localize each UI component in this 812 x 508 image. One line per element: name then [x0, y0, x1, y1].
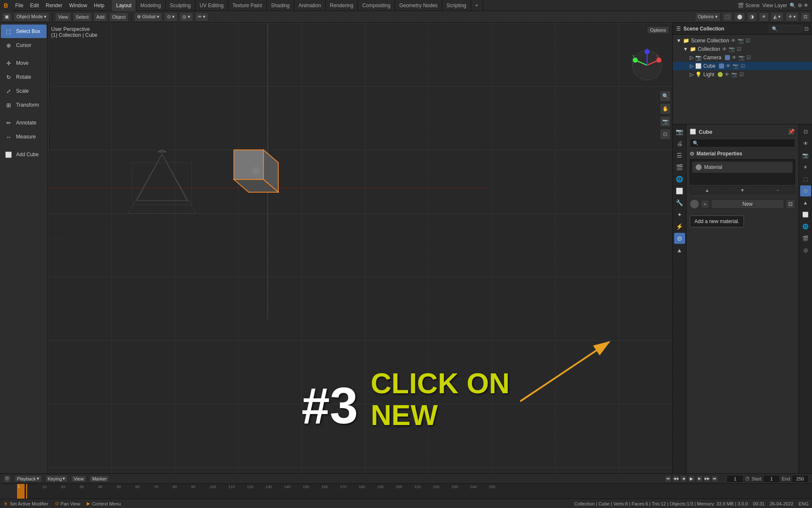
props-view-layer-icon[interactable]: ☰: [674, 150, 685, 161]
props-material-icon[interactable]: ⊙: [674, 233, 685, 244]
filter-icon[interactable]: ⊡: [804, 26, 809, 32]
rp-viewport-icon[interactable]: ⬚: [800, 174, 811, 185]
object-btn[interactable]: Object: [109, 12, 129, 22]
rp-data-icon[interactable]: ▲: [800, 197, 811, 208]
props-modifier-icon[interactable]: 🔧: [674, 197, 685, 208]
tab-animation[interactable]: Animation: [294, 0, 326, 11]
outliner-search[interactable]: [769, 25, 803, 33]
mat-remove[interactable]: −: [760, 186, 795, 194]
camera-view-btn[interactable]: 📷: [660, 116, 671, 127]
props-scene-icon[interactable]: 🎬: [674, 162, 685, 173]
select-btn[interactable]: Select: [73, 12, 92, 22]
rp-material-icon[interactable]: ⊙: [800, 185, 811, 196]
shading-wire[interactable]: ⬚: [722, 12, 732, 22]
tab-sculpting[interactable]: Sculpting: [166, 0, 195, 11]
overlay-btn[interactable]: ◭ ▾: [771, 12, 784, 22]
xray-btn[interactable]: ⊡: [801, 12, 810, 22]
tool-transform[interactable]: ⊞ Transform: [1, 98, 47, 112]
view-btn-timeline[interactable]: View: [71, 475, 86, 482]
menu-help[interactable]: Help: [91, 0, 108, 11]
play-btn[interactable]: ▶: [688, 475, 695, 483]
rp-object-icon[interactable]: ⬜: [800, 209, 811, 220]
current-frame-input[interactable]: [727, 475, 743, 483]
blender-logo[interactable]: B: [0, 0, 12, 11]
rp-world-icon[interactable]: 🌐: [800, 221, 811, 232]
playback-btn[interactable]: Playback ▾: [14, 475, 42, 482]
end-frame-input[interactable]: [792, 475, 809, 483]
mat-filter-btn[interactable]: ⊡: [786, 199, 795, 209]
menu-render[interactable]: Render: [42, 0, 66, 11]
grease-btn[interactable]: ✏ ▾: [195, 12, 208, 22]
tool-rotate[interactable]: ↻ Rotate: [1, 70, 47, 84]
outliner-scene-collection[interactable]: ▼ 📁 Scene Collection 👁📷☑: [673, 36, 812, 45]
jump-end-btn[interactable]: ⏭: [711, 475, 718, 482]
frame-btn[interactable]: ⊡: [660, 129, 671, 140]
material-item[interactable]: Material: [692, 161, 793, 173]
menu-file[interactable]: File: [12, 0, 27, 11]
menu-window[interactable]: Window: [66, 0, 91, 11]
props-render-icon[interactable]: 📷: [674, 126, 685, 137]
tab-scripting[interactable]: Scripting: [442, 0, 471, 11]
tab-texture-paint[interactable]: Texture Paint: [228, 0, 267, 11]
props-object-icon[interactable]: ⬜: [674, 185, 685, 196]
object-mode-btn[interactable]: Object Mode ▾: [14, 12, 49, 22]
gizmo-btn[interactable]: ✛ ▾: [785, 12, 799, 22]
tab-geometry-nodes[interactable]: Geometry Nodes: [395, 0, 442, 11]
tab-add[interactable]: +: [471, 0, 483, 11]
tab-compositing[interactable]: Compositing: [358, 0, 395, 11]
mat-add-btn[interactable]: +: [701, 200, 709, 208]
timeline-icon[interactable]: ⏱: [3, 475, 11, 483]
options-btn[interactable]: Options ▾: [695, 12, 721, 22]
tool-scale[interactable]: ⤢ Scale: [1, 84, 47, 98]
shading-solid[interactable]: ⬤: [734, 12, 745, 22]
shading-material[interactable]: ◑: [747, 12, 757, 22]
tool-move[interactable]: ✛ Move: [1, 56, 47, 70]
props-search-input[interactable]: [690, 139, 795, 147]
tab-shading[interactable]: Shading: [267, 0, 294, 11]
new-material-button[interactable]: New: [711, 199, 784, 209]
view-btn[interactable]: View: [55, 12, 71, 22]
outliner-light[interactable]: ▷ 💡 Light 👁📷☑: [673, 70, 812, 79]
props-physics-icon[interactable]: ⚡: [674, 221, 685, 232]
menu-edit[interactable]: Edit: [27, 0, 42, 11]
rp-camera-icon[interactable]: 📷: [800, 150, 811, 161]
rp-eye-icon[interactable]: 👁: [800, 138, 811, 149]
marker-btn[interactable]: Marker: [90, 475, 109, 482]
tool-add-cube[interactable]: ⬜ Add Cube: [1, 148, 47, 161]
props-world-icon[interactable]: 🌐: [674, 174, 685, 185]
rp-filter-icon[interactable]: ⊡: [800, 126, 811, 137]
jump-start-btn[interactable]: ⏮: [665, 475, 672, 482]
next-frame-btn[interactable]: ▶: [696, 475, 703, 482]
transform-orientation[interactable]: ⊕ Global ▾: [134, 12, 162, 22]
add-btn[interactable]: Add: [93, 12, 108, 22]
start-frame-input[interactable]: [763, 475, 780, 483]
outliner-cube[interactable]: ▷ ⬜ Cube 👁📷☑: [673, 62, 812, 70]
tool-select-box[interactable]: ⬚ Select Box: [1, 25, 47, 38]
tab-layout[interactable]: Layout: [112, 0, 136, 11]
grab-btn[interactable]: ✋: [660, 103, 671, 114]
snap-btn[interactable]: ⊙ ▾: [164, 12, 178, 22]
mat-browse-btn[interactable]: [690, 199, 699, 209]
props-data-icon[interactable]: ▲: [674, 245, 685, 256]
tool-measure[interactable]: ↔ Measure: [1, 130, 47, 144]
timeline-playhead[interactable]: [26, 484, 27, 499]
props-particles-icon[interactable]: ✦: [674, 209, 685, 220]
tool-cursor[interactable]: ⊕ Cursor: [1, 39, 47, 52]
prev-frame-btn[interactable]: ◀: [680, 475, 687, 482]
outliner-collection[interactable]: ▼ 📁 Collection 👁📷☑: [673, 45, 812, 53]
tab-rendering[interactable]: Rendering: [326, 0, 358, 11]
outliner-camera[interactable]: ▷ 📷 Camera 👁📷☑: [673, 53, 812, 62]
next-keyframe-btn[interactable]: ▶▶: [704, 475, 710, 482]
rp-render-icon[interactable]: ☀: [800, 162, 811, 173]
viewport[interactable]: User Perspective (1) Collection | Cube: [48, 23, 672, 473]
rp-wire-icon[interactable]: ◎: [800, 245, 811, 256]
viewport-icon[interactable]: ▣: [2, 12, 12, 22]
zoom-in-btn[interactable]: 🔍: [660, 91, 671, 102]
props-output-icon[interactable]: 🖨: [674, 138, 685, 149]
keying-btn[interactable]: Keying ▾: [45, 475, 68, 482]
tab-modeling[interactable]: Modeling: [136, 0, 166, 11]
prev-keyframe-btn[interactable]: ◀◀: [672, 475, 679, 482]
mat-scroll-up[interactable]: ▲: [690, 186, 724, 194]
proportional-btn[interactable]: ◎ ▾: [179, 12, 193, 22]
rp-scene-icon[interactable]: 🎬: [800, 233, 811, 244]
